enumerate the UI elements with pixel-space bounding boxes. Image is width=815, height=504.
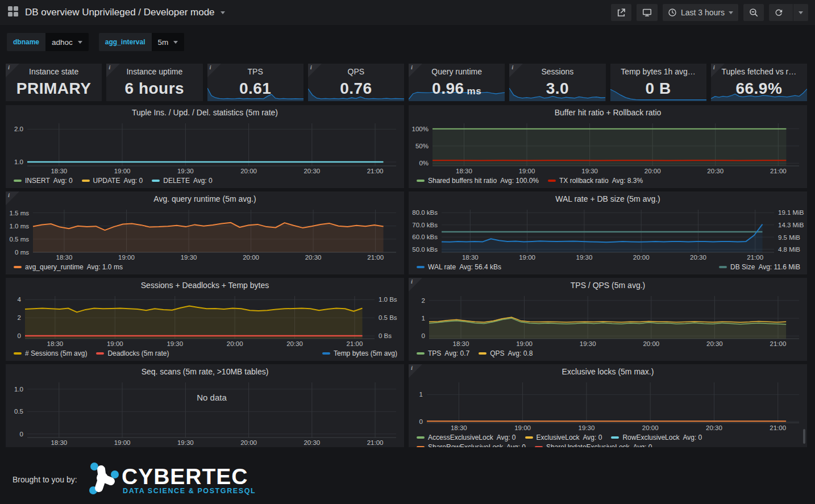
legend-item-tx-rollback-ratio[interactable]: TX rollback ratioAvg: 8.3%	[548, 176, 643, 186]
stat-panel-tuples-fetched-vs-returned: iTuples fetched vs r…66.9%	[711, 64, 807, 101]
legend-label: avg_query_runtime	[25, 263, 84, 271]
panel-title[interactable]: TPS / QPS (5m avg.)	[409, 278, 807, 293]
panel-title[interactable]: Avg. query runtime (5m avg.)	[6, 191, 404, 207]
panel-title[interactable]: Sessions + Deadlocks + Temp bytes	[6, 278, 404, 293]
refresh-icon	[774, 8, 784, 18]
svg-text:50%: 50%	[415, 143, 429, 149]
legend-item-delete[interactable]: DELETEAvg: 0	[152, 176, 213, 186]
panel-title[interactable]: Buffer hit ratio + Rollback ratio	[409, 105, 807, 120]
legend-item-avg-query-runtime[interactable]: avg_query_runtimeAvg: 1.0 ms	[14, 263, 123, 272]
svg-text:1.0 ms: 1.0 ms	[9, 223, 29, 230]
tv-mode-button[interactable]	[637, 4, 658, 21]
stat-title[interactable]: Instance uptime	[106, 67, 202, 76]
panel-title[interactable]: Tuple Ins. / Upd. / Del. statistics (5m …	[6, 105, 404, 120]
legend-scrollbar[interactable]	[803, 429, 805, 444]
legend-item-accessexclusivelock[interactable]: AccessExclusiveLockAvg: 0	[417, 433, 516, 443]
chevron-down-icon[interactable]	[221, 11, 225, 14]
chart-plot: 1018:3019:0019:3020:0020:3021:00	[409, 380, 807, 432]
info-icon[interactable]: i	[711, 64, 725, 77]
svg-text:80.0 kBs: 80.0 kBs	[412, 209, 438, 216]
info-icon[interactable]: i	[207, 64, 221, 77]
legend-swatch-icon	[322, 352, 330, 355]
cybertec-logo-icon	[89, 463, 119, 494]
info-icon[interactable]: i	[509, 64, 523, 77]
svg-text:18:30: 18:30	[462, 254, 479, 261]
legend-item-update[interactable]: UPDATEAvg: 0	[82, 176, 143, 186]
svg-text:19.1 MiB: 19.1 MiB	[778, 209, 804, 216]
info-icon[interactable]: i	[409, 64, 422, 77]
dashboard-title[interactable]: DB overview Unprivileged / Developer mod…	[25, 7, 215, 18]
variable-dbname-dropdown[interactable]: adhoc	[45, 33, 89, 51]
svg-text:18:30: 18:30	[451, 424, 467, 431]
svg-text:20:00: 20:00	[240, 168, 257, 174]
stat-title[interactable]: TPS	[207, 67, 303, 76]
cybertec-logo[interactable]: CYBERTEC DATA SCIENCE & POSTGRESQL	[86, 462, 257, 497]
svg-text:2.0: 2.0	[14, 126, 23, 132]
legend-avg: Avg: 0	[506, 443, 526, 447]
legend-item-qps[interactable]: QPSAvg: 0.8	[479, 349, 533, 359]
legend-item-tps[interactable]: TPSAvg: 0.7	[417, 349, 469, 359]
stat-value-number: 0.61	[239, 80, 272, 98]
svg-text:19:00: 19:00	[114, 439, 131, 446]
chart-plot: 1.5 ms1.0 ms0.5 ms0 ms18:3019:0019:3020:…	[6, 207, 404, 262]
legend-swatch-icon	[417, 446, 425, 447]
legend-item-insert[interactable]: INSERTAvg: 0	[14, 176, 73, 186]
share-button[interactable]	[611, 4, 631, 21]
stat-title[interactable]: QPS	[308, 67, 404, 76]
chart-legend: # Sessions (5m avg)Deadlocks (5m rate)Te…	[6, 348, 404, 361]
grafana-menu-icon[interactable]	[7, 5, 19, 20]
time-range-picker[interactable]: Last 3 hours	[663, 4, 738, 21]
legend-item-shareupdateexclusivelock[interactable]: ShareUpdateExclusiveLockAvg: 0	[535, 443, 652, 447]
legend-item-wal-rate[interactable]: WAL rateAvg: 56.4 kBs	[417, 263, 501, 272]
svg-text:0: 0	[20, 431, 23, 438]
stat-value-number: 0.76	[340, 80, 372, 98]
svg-text:20:00: 20:00	[633, 254, 650, 261]
info-icon[interactable]: i	[308, 64, 322, 77]
refresh-button[interactable]	[769, 4, 789, 21]
panel-title[interactable]: Exclusive locks (5m max.)	[409, 364, 807, 380]
svg-text:0.5 Bs: 0.5 Bs	[379, 314, 397, 321]
stat-value: 0 B	[610, 76, 706, 101]
stat-title[interactable]: Temp bytes 1h avg…	[610, 67, 706, 76]
svg-text:21:00: 21:00	[367, 254, 384, 261]
navbar: DB overview Unprivileged / Developer mod…	[0, 0, 815, 25]
charts-grid: Tuple Ins. / Upd. / Del. statistics (5m …	[6, 105, 807, 447]
legend-item-shared-buffers-hit-ratio[interactable]: Shared buffers hit ratioAvg: 100.0%	[417, 176, 539, 186]
legend-item--sessions-5m-avg-[interactable]: # Sessions (5m avg)	[14, 349, 87, 359]
legend-label: Shared buffers hit ratio	[428, 177, 497, 185]
panel-title[interactable]: WAL rate + DB size (5m avg.)	[409, 191, 807, 207]
legend-swatch-icon	[14, 180, 22, 182]
legend-item-db-size[interactable]: DB SizeAvg: 11.6 MiB	[719, 263, 800, 271]
info-icon[interactable]: i	[409, 364, 422, 378]
legend-avg: Avg: 56.4 kBs	[459, 263, 501, 271]
legend-label: ShareUpdateExclusiveLock	[546, 443, 630, 447]
share-icon	[616, 7, 626, 18]
stat-title[interactable]: Instance state	[6, 67, 102, 76]
legend-item-sharerowexclusivelock[interactable]: ShareRowExclusiveLockAvg: 0	[417, 443, 526, 447]
legend-item-rowexclusivelock[interactable]: RowExclusiveLockAvg: 0	[611, 433, 702, 443]
stat-title[interactable]: Sessions	[509, 67, 605, 76]
zoom-out-button[interactable]	[743, 4, 764, 21]
chevron-down-icon	[729, 11, 733, 14]
svg-text:19:30: 19:30	[580, 340, 596, 347]
legend-swatch-icon	[82, 180, 90, 182]
svg-text:21:00: 21:00	[347, 340, 363, 347]
legend-item-deadlocks-5m-rate-[interactable]: Deadlocks (5m rate)	[96, 349, 169, 359]
legend-item-exclusivelock[interactable]: ExclusiveLockAvg: 0	[525, 433, 602, 443]
info-icon[interactable]: i	[6, 64, 19, 77]
legend-avg: Avg: 0.8	[508, 349, 533, 357]
variable-agg-interval-dropdown[interactable]: 5m	[152, 33, 185, 51]
svg-text:1: 1	[422, 315, 425, 322]
info-icon[interactable]: i	[106, 64, 120, 77]
stat-title[interactable]: Query runtime	[409, 67, 505, 76]
info-icon[interactable]: i	[6, 191, 19, 205]
refresh-interval-dropdown[interactable]	[793, 4, 808, 21]
stat-panel-qps: iQPS0.76	[308, 64, 404, 101]
stat-panel-sessions: iSessions3.0	[509, 64, 605, 101]
stat-title[interactable]: Tuples fetched vs r…	[711, 67, 807, 76]
legend-label: DELETE	[163, 177, 190, 185]
panel-title[interactable]: Seq. scans (5m rate, >10MB tables)	[6, 364, 404, 380]
info-icon[interactable]: i	[409, 278, 422, 291]
refresh-button-group	[769, 4, 808, 21]
legend-item-temp-bytes-5m-avg-[interactable]: Temp bytes (5m avg)	[322, 349, 397, 357]
